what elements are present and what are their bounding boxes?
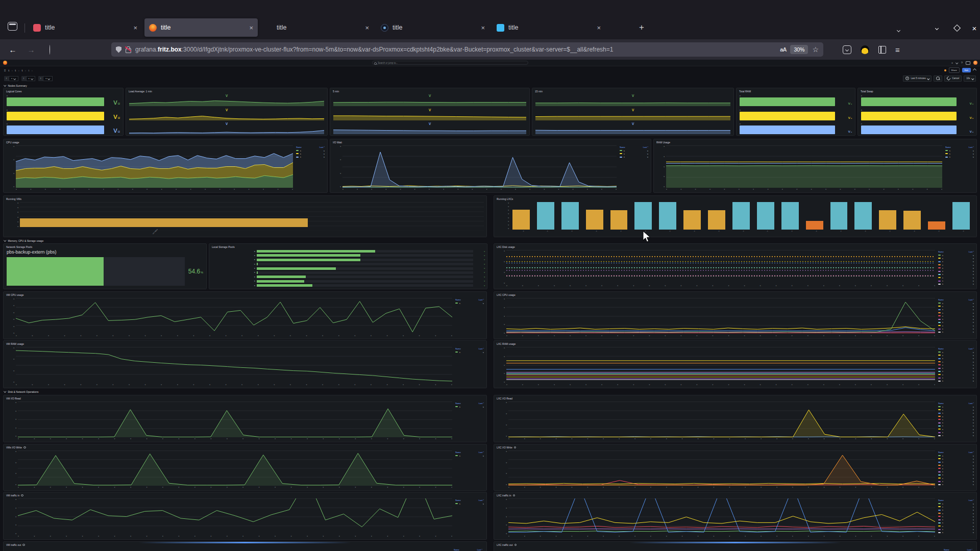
lxc-bar-column[interactable]: n	[634, 202, 652, 230]
refresh-button[interactable]: Cancel	[944, 76, 962, 82]
storage-row-gauge[interactable]	[257, 271, 473, 274]
legend[interactable]: NameLast * nvnvnvnvnvnvnvnvnvnv	[938, 298, 974, 337]
panel-title[interactable]: LXC Disk usage	[497, 245, 515, 249]
lxc-uptime-bar[interactable]	[610, 210, 628, 230]
dashboard-variable[interactable]: l v	[21, 76, 36, 81]
lxc-bar-column[interactable]: n	[537, 202, 554, 230]
lxc-bar-column[interactable]: n	[928, 202, 945, 230]
forward-button[interactable]: →	[26, 45, 37, 54]
legend-item[interactable]: nv	[938, 302, 974, 305]
reload-button[interactable]	[44, 45, 55, 54]
load-sparkline[interactable]	[535, 99, 730, 106]
legend-item[interactable]: nv	[938, 380, 974, 383]
panel-title[interactable]: Logical Cores	[6, 89, 22, 93]
lxc-bar-column[interactable]: n	[586, 202, 603, 230]
info-icon[interactable]	[514, 446, 517, 449]
legend-item[interactable]: nv	[620, 149, 648, 152]
legend[interactable]: NameLast * nvnvnvnvnvnvnvnvnvnv	[938, 347, 974, 386]
tab-close-icon[interactable]: ×	[249, 24, 253, 31]
browser-tab[interactable]: title ×	[144, 18, 258, 37]
load-sparkline[interactable]	[129, 128, 324, 134]
legend-item[interactable]: nv	[455, 454, 484, 457]
legend-item[interactable]: nv	[938, 418, 974, 421]
load-sparkline[interactable]	[333, 99, 526, 106]
stat-bar[interactable]	[861, 97, 957, 106]
vm-ram-chart[interactable]	[16, 347, 452, 383]
ram-usage-chart[interactable]	[666, 145, 942, 188]
running-vms-chart[interactable]: vm-haos	[20, 202, 484, 231]
panel-title[interactable]: LXC traffic in	[497, 493, 511, 497]
section-nodes-summary[interactable]: Nodes Summary	[4, 83, 27, 88]
breadcrumb-item[interactable]: t	[22, 69, 22, 72]
panel-title[interactable]: Running VMs	[6, 197, 21, 201]
legend-item[interactable]: nv	[938, 263, 974, 266]
legend-item[interactable]: nv	[455, 502, 484, 505]
tab-close-icon[interactable]: ×	[365, 24, 369, 31]
translate-icon[interactable]: aA	[780, 46, 786, 53]
window-minimize-button[interactable]	[930, 21, 943, 35]
legend-item[interactable]: nv	[938, 357, 974, 360]
legend-item[interactable]: nv	[938, 431, 974, 434]
info-icon[interactable]	[513, 494, 516, 497]
storage-row-gauge[interactable]	[257, 263, 473, 265]
legend-item[interactable]: nv	[945, 149, 974, 152]
storage-row-gauge[interactable]	[257, 267, 473, 270]
panel-title[interactable]: LXC RAM usage	[497, 342, 516, 346]
legend[interactable]: NameLast * nvnvnvnvnvnvnvnvnvnv	[938, 250, 974, 287]
help-icon[interactable]: ?	[961, 61, 963, 65]
browser-tab[interactable]: title ×	[29, 18, 142, 37]
panel-title[interactable]: I/O Wait	[333, 140, 342, 144]
legend-item[interactable]: nv	[938, 370, 974, 373]
lxc-bar-column[interactable]: n	[781, 202, 799, 230]
grafana-avatar[interactable]	[973, 61, 977, 65]
legend-item[interactable]: nv	[938, 408, 974, 411]
legend-item[interactable]: nv	[938, 412, 974, 415]
new-tab-button[interactable]: +	[634, 20, 649, 35]
legend-item[interactable]: nv	[455, 302, 484, 305]
lxc-traffic-in-chart[interactable]	[508, 498, 935, 535]
legend-item[interactable]: nv	[938, 457, 974, 460]
stat-bar[interactable]	[861, 126, 957, 134]
panel-title[interactable]: LXC I/O Write	[497, 445, 512, 449]
legend-item[interactable]: nv	[938, 424, 974, 428]
legend[interactable]: NameLast * nvnvnvnvnvnvnvnvnvnv	[938, 498, 974, 538]
legend-item[interactable]: nv	[938, 473, 974, 477]
legend[interactable]: NameLast * nvnvnvnvnvnvnvnvnvnv	[938, 450, 974, 489]
lxc-disk-usage-chart[interactable]	[506, 250, 935, 284]
lxc-uptime-bar[interactable]	[879, 210, 896, 230]
legend-item[interactable]: nv	[938, 502, 974, 505]
legend-item[interactable]: nv	[938, 366, 974, 369]
legend-item[interactable]: nv	[938, 515, 974, 518]
account-avatar[interactable]	[861, 45, 869, 54]
panel-title[interactable]: VM traffic in	[6, 493, 19, 497]
legend-item[interactable]: nv	[938, 470, 974, 473]
browser-tab[interactable]: title ×	[492, 18, 605, 37]
storage-row-gauge[interactable]	[257, 259, 473, 261]
legend-item[interactable]: nv	[938, 354, 974, 357]
panel-title[interactable]: Local Storage Pools	[212, 245, 235, 249]
panel-title[interactable]: VM traffic out	[6, 543, 21, 547]
stat-bar[interactable]	[740, 112, 835, 120]
vm-uptime-bar[interactable]	[20, 218, 308, 227]
legend[interactable]: NameLast * nvnvnv	[945, 145, 974, 191]
legend-item[interactable]: nv	[938, 505, 974, 508]
window-maximize-button[interactable]	[950, 21, 964, 35]
lxc-bar-column[interactable]: n	[732, 202, 750, 230]
legend[interactable]: NameLast * nv	[455, 298, 484, 337]
zoom-level-badge[interactable]: 30%	[790, 45, 808, 54]
panel-title[interactable]: CPU usage	[6, 140, 19, 144]
back-button[interactable]: ←	[7, 45, 18, 54]
lxc-uptime-bar[interactable]	[537, 202, 554, 230]
legend-item[interactable]: nv	[938, 454, 974, 457]
lxc-uptime-bar[interactable]	[903, 211, 921, 230]
legend-item[interactable]: nv	[938, 467, 974, 470]
storage-row-gauge[interactable]	[257, 276, 473, 278]
storage-row-gauge[interactable]	[257, 250, 473, 253]
legend-item[interactable]: nv	[938, 477, 974, 480]
lxc-io-read-chart[interactable]	[508, 402, 935, 437]
lxc-uptime-bar[interactable]	[806, 221, 823, 230]
tracking-shield-icon[interactable]	[116, 46, 121, 53]
browser-tab[interactable]: title ×	[260, 18, 374, 37]
legend-item[interactable]: nv	[938, 257, 974, 260]
lxc-uptime-bar[interactable]	[830, 202, 848, 230]
